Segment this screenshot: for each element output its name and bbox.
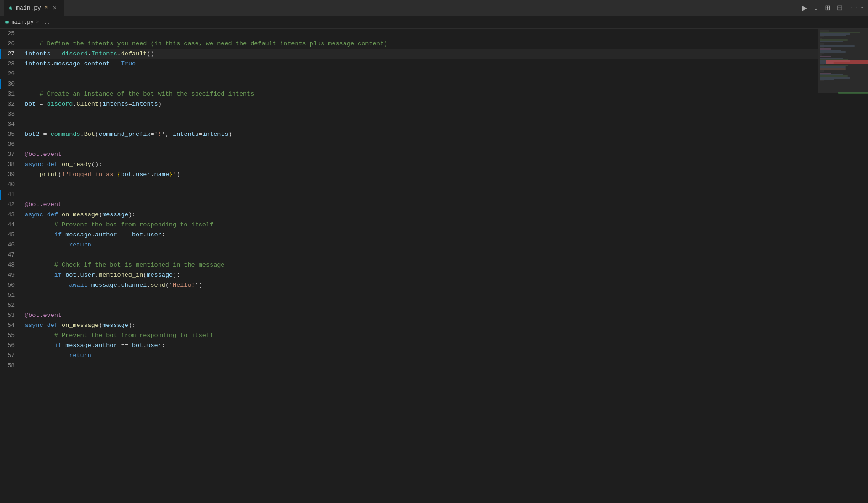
line-number-43: 43: [0, 210, 23, 220]
line-content-38: async def on_ready():: [23, 160, 818, 170]
line-content-34: [23, 119, 818, 129]
line-number-34: 34: [0, 119, 23, 129]
line-content-50: await message.channel.send('Hello!'): [23, 280, 818, 290]
line-number-25: 25: [0, 29, 23, 39]
line-number-36: 36: [0, 139, 23, 150]
line-content-57: return: [23, 351, 818, 361]
code-line-52: 52: [0, 300, 818, 310]
line-content-54: async def on_message(message):: [23, 321, 818, 331]
line-number-56: 56: [0, 341, 23, 351]
line-number-32: 32: [0, 99, 23, 109]
line-number-39: 39: [0, 170, 23, 180]
run-menu-button[interactable]: ⌄: [815, 5, 818, 11]
code-line-38: 38 async def on_ready():: [0, 160, 818, 170]
code-line-34: 34: [0, 119, 818, 129]
code-line-57: 57 return: [0, 351, 818, 361]
line-content-32: bot = discord.Client(intents=intents): [23, 99, 818, 109]
code-line-30: 30: [0, 79, 818, 89]
line-content-30: [23, 79, 818, 89]
code-line-27: 27 intents = discord.Intents.default(): [0, 49, 818, 59]
code-line-58: 58: [0, 361, 818, 371]
breadcrumb-rest: ...: [41, 19, 51, 26]
code-line-56: 56 if message.author == bot.user:: [0, 341, 818, 351]
code-line-40: 40: [0, 180, 818, 190]
line-number-52: 52: [0, 300, 23, 310]
code-line-31: 31 # Create an instance of the bot with …: [0, 89, 818, 99]
line-number-44: 44: [0, 220, 23, 230]
code-line-43: 43 async def on_message(message):: [0, 210, 818, 220]
code-line-44: 44 # Prevent the bot from responding to …: [0, 220, 818, 230]
code-line-49: 49 if bot.user.mentioned_in(message):: [0, 270, 818, 280]
line-number-50: 50: [0, 280, 23, 290]
python-file-icon: ◉: [9, 5, 12, 11]
line-number-29: 29: [0, 69, 23, 79]
line-content-47: [23, 250, 818, 260]
code-line-26: 26 # Define the intents you need (in thi…: [0, 39, 818, 49]
line-number-45: 45: [0, 230, 23, 240]
line-content-48: # Check if the bot is mentioned in the m…: [23, 260, 818, 270]
line-content-25: [23, 29, 818, 39]
line-number-27: 27: [0, 49, 23, 59]
line-content-26: # Define the intents you need (in this c…: [23, 39, 818, 49]
code-line-39: 39 print(f'Logged in as {bot.user.name}'…: [0, 170, 818, 180]
line-content-28: intents.message_content = True: [23, 59, 818, 69]
code-line-53: 53 @bot.event: [0, 310, 818, 321]
more-actions-button[interactable]: ···: [850, 3, 864, 12]
tab-close-button[interactable]: ×: [51, 5, 58, 12]
layout-icon[interactable]: ⊟: [837, 3, 842, 13]
code-line-48: 48 # Check if the bot is mentioned in th…: [0, 260, 818, 270]
line-content-39: print(f'Logged in as {bot.user.name}'): [23, 170, 818, 180]
code-line-32: 32 bot = discord.Client(intents=intents): [0, 99, 818, 109]
tab-modified-indicator: M: [45, 5, 48, 11]
code-line-54: 54 async def on_message(message):: [0, 321, 818, 331]
code-line-41: 41: [0, 190, 818, 200]
code-line-33: 33: [0, 109, 818, 119]
code-line-36: 36: [0, 139, 818, 150]
remote-icon[interactable]: ⊞: [825, 3, 830, 13]
line-content-33: [23, 109, 818, 119]
line-content-52: [23, 300, 818, 310]
line-number-42: 42: [0, 200, 23, 210]
run-button[interactable]: ▶: [802, 3, 807, 13]
code-line-45: 45 if message.author == bot.user:: [0, 230, 818, 240]
editor-tab[interactable]: ◉ main.py M ×: [4, 0, 64, 16]
line-number-35: 35: [0, 129, 23, 139]
line-content-44: # Prevent the bot from responding to its…: [23, 220, 818, 230]
breadcrumb-separator: >: [36, 19, 39, 26]
line-number-37: 37: [0, 150, 23, 160]
title-bar: ◉ main.py M × ▶ ⌄ ⊞ ⊟ ···: [0, 0, 868, 16]
line-number-41: 41: [0, 190, 23, 200]
code-line-25: 25: [0, 29, 818, 39]
minimap[interactable]: [818, 29, 868, 503]
line-content-29: [23, 69, 818, 79]
tab-filename: main.py: [16, 5, 41, 11]
line-number-48: 48: [0, 260, 23, 270]
line-content-45: if message.author == bot.user:: [23, 230, 818, 240]
line-content-55: # Prevent the bot from responding to its…: [23, 331, 818, 341]
line-number-26: 26: [0, 39, 23, 49]
line-number-38: 38: [0, 160, 23, 170]
line-number-28: 28: [0, 59, 23, 69]
line-number-33: 33: [0, 109, 23, 119]
editor-container: 25 26 # Define the intents you need (in …: [0, 29, 868, 503]
code-lines: 25 26 # Define the intents you need (in …: [0, 29, 818, 371]
line-content-56: if message.author == bot.user:: [23, 341, 818, 351]
code-line-55: 55 # Prevent the bot from responding to …: [0, 331, 818, 341]
line-number-46: 46: [0, 240, 23, 250]
breadcrumb: ◉ main.py > ...: [0, 16, 868, 29]
line-content-51: [23, 290, 818, 300]
code-line-51: 51: [0, 290, 818, 300]
breadcrumb-file[interactable]: ◉ main.py: [5, 19, 34, 26]
line-content-35: bot2 = commands.Bot(command_prefix='!', …: [23, 129, 818, 139]
code-line-35: 35 bot2 = commands.Bot(command_prefix='!…: [0, 129, 818, 139]
line-content-53: @bot.event: [23, 310, 818, 321]
line-content-49: if bot.user.mentioned_in(message):: [23, 270, 818, 280]
line-content-36: [23, 139, 818, 150]
line-content-58: [23, 361, 818, 371]
title-bar-actions: ▶ ⌄ ⊞ ⊟ ···: [802, 3, 864, 13]
code-editor[interactable]: 25 26 # Define the intents you need (in …: [0, 29, 818, 503]
line-content-43: async def on_message(message):: [23, 210, 818, 220]
line-content-37: @bot.event: [23, 150, 818, 160]
line-content-42: @bot.event: [23, 200, 818, 210]
line-number-30: 30: [0, 79, 23, 89]
